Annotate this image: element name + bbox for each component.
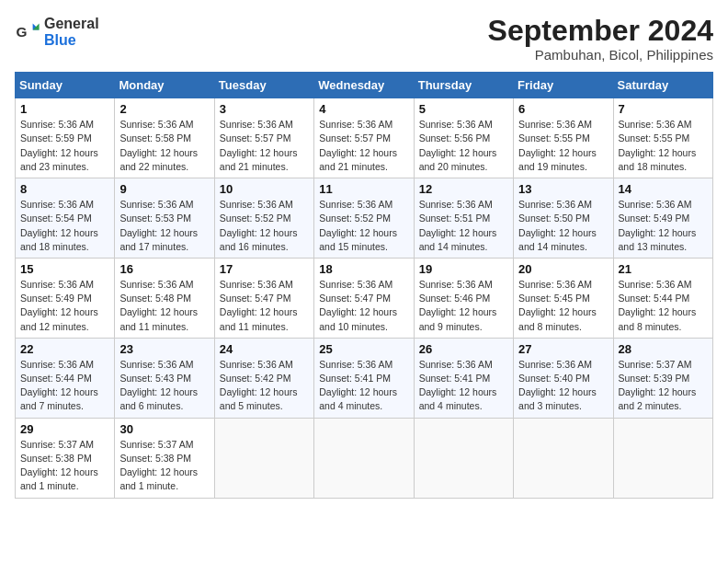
day-info: Sunrise: 5:36 AM Sunset: 5:44 PM Dayligh… xyxy=(619,278,708,334)
day-info: Sunrise: 5:36 AM Sunset: 5:54 PM Dayligh… xyxy=(20,198,109,254)
calendar-cell xyxy=(613,418,712,498)
calendar-cell xyxy=(414,418,513,498)
calendar-cell: 30Sunrise: 5:37 AM Sunset: 5:38 PM Dayli… xyxy=(115,418,214,498)
logo-icon: G xyxy=(15,18,40,44)
location-subtitle: Pambuhan, Bicol, Philippines xyxy=(488,47,713,63)
day-number: 2 xyxy=(119,102,209,116)
day-of-week-header: Saturday xyxy=(613,73,712,98)
day-number: 15 xyxy=(20,262,109,276)
calendar-cell: 13Sunrise: 5:36 AM Sunset: 5:50 PM Dayli… xyxy=(514,178,613,259)
day-info: Sunrise: 5:36 AM Sunset: 5:47 PM Dayligh… xyxy=(220,278,309,334)
calendar-week-row: 1Sunrise: 5:36 AM Sunset: 5:59 PM Daylig… xyxy=(16,98,713,178)
calendar-week-row: 15Sunrise: 5:36 AM Sunset: 5:49 PM Dayli… xyxy=(16,258,713,338)
day-of-week-header: Monday xyxy=(115,73,214,98)
calendar-cell: 5Sunrise: 5:36 AM Sunset: 5:56 PM Daylig… xyxy=(414,98,513,178)
calendar-cell: 12Sunrise: 5:36 AM Sunset: 5:51 PM Dayli… xyxy=(414,178,513,259)
calendar-cell: 19Sunrise: 5:36 AM Sunset: 5:46 PM Dayli… xyxy=(414,258,513,338)
day-number: 21 xyxy=(619,262,708,276)
calendar-cell: 14Sunrise: 5:36 AM Sunset: 5:49 PM Dayli… xyxy=(613,178,712,259)
day-info: Sunrise: 5:36 AM Sunset: 5:57 PM Dayligh… xyxy=(319,118,408,174)
day-number: 1 xyxy=(20,102,109,116)
logo-general-text: General xyxy=(44,16,99,31)
day-number: 9 xyxy=(119,182,209,196)
day-of-week-header: Friday xyxy=(514,73,613,98)
day-info: Sunrise: 5:37 AM Sunset: 5:39 PM Dayligh… xyxy=(619,358,708,414)
day-info: Sunrise: 5:36 AM Sunset: 5:53 PM Dayligh… xyxy=(119,198,209,254)
day-number: 23 xyxy=(119,342,209,356)
day-number: 5 xyxy=(419,102,508,116)
day-number: 20 xyxy=(518,262,608,276)
calendar-cell: 4Sunrise: 5:36 AM Sunset: 5:57 PM Daylig… xyxy=(314,98,414,178)
day-of-week-header: Wednesday xyxy=(314,73,414,98)
day-info: Sunrise: 5:36 AM Sunset: 5:59 PM Dayligh… xyxy=(20,118,109,174)
day-number: 24 xyxy=(220,342,309,356)
calendar-cell: 29Sunrise: 5:37 AM Sunset: 5:38 PM Dayli… xyxy=(16,418,115,498)
day-number: 22 xyxy=(20,342,109,356)
day-number: 4 xyxy=(319,102,408,116)
day-number: 7 xyxy=(619,102,708,116)
day-info: Sunrise: 5:36 AM Sunset: 5:43 PM Dayligh… xyxy=(119,358,209,414)
day-info: Sunrise: 5:37 AM Sunset: 5:38 PM Dayligh… xyxy=(119,438,209,494)
calendar-cell: 23Sunrise: 5:36 AM Sunset: 5:43 PM Dayli… xyxy=(115,338,214,418)
day-number: 10 xyxy=(220,182,309,196)
calendar-cell: 1Sunrise: 5:36 AM Sunset: 5:59 PM Daylig… xyxy=(16,98,115,178)
calendar-cell: 2Sunrise: 5:36 AM Sunset: 5:58 PM Daylig… xyxy=(115,98,214,178)
calendar-cell: 6Sunrise: 5:36 AM Sunset: 5:55 PM Daylig… xyxy=(514,98,613,178)
calendar-cell: 24Sunrise: 5:36 AM Sunset: 5:42 PM Dayli… xyxy=(214,338,313,418)
day-number: 11 xyxy=(319,182,408,196)
day-number: 17 xyxy=(220,262,309,276)
day-number: 25 xyxy=(319,342,408,356)
day-number: 14 xyxy=(619,182,708,196)
day-info: Sunrise: 5:36 AM Sunset: 5:41 PM Dayligh… xyxy=(319,358,408,414)
title-area: September 2024 Pambuhan, Bicol, Philippi… xyxy=(488,15,713,63)
calendar-cell: 7Sunrise: 5:36 AM Sunset: 5:55 PM Daylig… xyxy=(613,98,712,178)
calendar-cell: 27Sunrise: 5:36 AM Sunset: 5:40 PM Dayli… xyxy=(514,338,613,418)
day-number: 28 xyxy=(619,342,708,356)
calendar-cell: 16Sunrise: 5:36 AM Sunset: 5:48 PM Dayli… xyxy=(115,258,214,338)
calendar-cell xyxy=(514,418,613,498)
day-number: 26 xyxy=(419,342,508,356)
day-info: Sunrise: 5:36 AM Sunset: 5:49 PM Dayligh… xyxy=(20,278,109,334)
day-number: 6 xyxy=(518,102,608,116)
calendar-cell: 18Sunrise: 5:36 AM Sunset: 5:47 PM Dayli… xyxy=(314,258,414,338)
day-info: Sunrise: 5:36 AM Sunset: 5:56 PM Dayligh… xyxy=(419,118,508,174)
day-number: 8 xyxy=(20,182,109,196)
day-of-week-header: Thursday xyxy=(414,73,513,98)
calendar-cell: 25Sunrise: 5:36 AM Sunset: 5:41 PM Dayli… xyxy=(314,338,414,418)
day-number: 19 xyxy=(419,262,508,276)
day-info: Sunrise: 5:36 AM Sunset: 5:58 PM Dayligh… xyxy=(119,118,209,174)
day-info: Sunrise: 5:36 AM Sunset: 5:50 PM Dayligh… xyxy=(518,198,608,254)
svg-text:G: G xyxy=(16,24,27,40)
day-number: 30 xyxy=(119,422,209,436)
day-of-week-header: Tuesday xyxy=(214,73,313,98)
calendar-week-row: 29Sunrise: 5:37 AM Sunset: 5:38 PM Dayli… xyxy=(16,418,713,498)
day-info: Sunrise: 5:36 AM Sunset: 5:51 PM Dayligh… xyxy=(419,198,508,254)
day-number: 18 xyxy=(319,262,408,276)
day-of-week-header: Sunday xyxy=(16,73,115,98)
day-info: Sunrise: 5:36 AM Sunset: 5:44 PM Dayligh… xyxy=(20,358,109,414)
day-info: Sunrise: 5:36 AM Sunset: 5:47 PM Dayligh… xyxy=(319,278,408,334)
day-info: Sunrise: 5:36 AM Sunset: 5:57 PM Dayligh… xyxy=(220,118,309,174)
day-info: Sunrise: 5:36 AM Sunset: 5:55 PM Dayligh… xyxy=(619,118,708,174)
day-info: Sunrise: 5:36 AM Sunset: 5:49 PM Dayligh… xyxy=(619,198,708,254)
calendar-week-row: 8Sunrise: 5:36 AM Sunset: 5:54 PM Daylig… xyxy=(16,178,713,259)
day-number: 16 xyxy=(119,262,209,276)
calendar-cell: 28Sunrise: 5:37 AM Sunset: 5:39 PM Dayli… xyxy=(613,338,712,418)
day-info: Sunrise: 5:36 AM Sunset: 5:52 PM Dayligh… xyxy=(319,198,408,254)
calendar-week-row: 22Sunrise: 5:36 AM Sunset: 5:44 PM Dayli… xyxy=(16,338,713,418)
calendar-cell: 21Sunrise: 5:36 AM Sunset: 5:44 PM Dayli… xyxy=(613,258,712,338)
day-number: 12 xyxy=(419,182,508,196)
calendar-cell: 15Sunrise: 5:36 AM Sunset: 5:49 PM Dayli… xyxy=(16,258,115,338)
calendar-cell xyxy=(314,418,414,498)
calendar-cell: 3Sunrise: 5:36 AM Sunset: 5:57 PM Daylig… xyxy=(214,98,313,178)
calendar-cell: 22Sunrise: 5:36 AM Sunset: 5:44 PM Dayli… xyxy=(16,338,115,418)
calendar-table: SundayMondayTuesdayWednesdayThursdayFrid… xyxy=(15,72,713,498)
calendar-cell xyxy=(214,418,313,498)
calendar-cell: 8Sunrise: 5:36 AM Sunset: 5:54 PM Daylig… xyxy=(16,178,115,259)
day-info: Sunrise: 5:36 AM Sunset: 5:42 PM Dayligh… xyxy=(220,358,309,414)
day-number: 3 xyxy=(220,102,309,116)
calendar-cell: 26Sunrise: 5:36 AM Sunset: 5:41 PM Dayli… xyxy=(414,338,513,418)
logo-blue-text: Blue xyxy=(44,32,76,48)
day-info: Sunrise: 5:37 AM Sunset: 5:38 PM Dayligh… xyxy=(20,438,109,494)
day-info: Sunrise: 5:36 AM Sunset: 5:46 PM Dayligh… xyxy=(419,278,508,334)
